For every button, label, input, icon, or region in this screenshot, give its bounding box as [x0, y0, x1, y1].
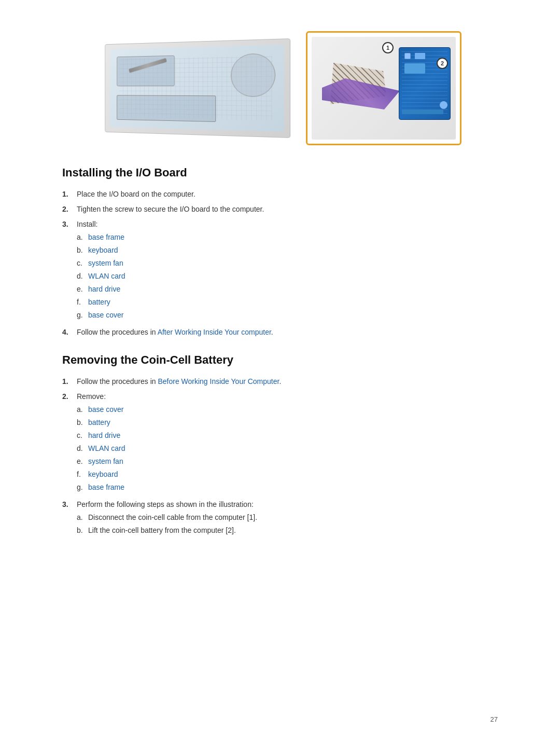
- install-step-1-text: Place the I/O board on the computer.: [77, 189, 498, 200]
- io-board-inner: 1 2: [312, 37, 456, 140]
- remove-coin-cell-sub-a: a. Disconnect the coin-cell cable from t…: [77, 512, 498, 523]
- install-step-4-text-after: .: [271, 328, 273, 336]
- remove-coin-cell-sub-list: a. Disconnect the coin-cell cable from t…: [77, 512, 498, 536]
- page: 1 2 Installing the I/O Board 1. Place th…: [0, 0, 560, 744]
- installing-steps-list: 1. Place the I/O board on the computer. …: [62, 189, 498, 338]
- installing-io-board-section: Installing the I/O Board 1. Place the I/…: [62, 166, 498, 338]
- install-step-3-number: 3.: [62, 219, 77, 323]
- install-step-3: 3. Install: a. base frame b. keyboard: [62, 219, 498, 323]
- remove-step-3-text: Perform the following steps as shown in …: [77, 500, 254, 508]
- remove-sub-list: a. base cover b. battery c. hard drive: [77, 404, 498, 493]
- badge-2: 2: [437, 58, 448, 69]
- remove-coin-cell-sub-b: b. Lift the coin-cell battery from the c…: [77, 525, 498, 536]
- remove-step-1-text-before: Follow the procedures in: [77, 377, 158, 385]
- remove-sub-a: a. base cover: [77, 404, 498, 415]
- remove-sub-b: b. battery: [77, 417, 498, 428]
- remove-step-2-content: Remove: a. base cover b. battery c. hard: [77, 391, 498, 495]
- link-wlan-card-remove[interactable]: WLAN card: [88, 443, 125, 454]
- remove-step-3-content: Perform the following steps as shown in …: [77, 499, 498, 538]
- io-board-highlight: 1 2: [306, 31, 461, 145]
- install-step-4: 4. Follow the procedures in After Workin…: [62, 327, 498, 338]
- install-step-3-text: Install:: [77, 220, 97, 228]
- remove-step-3: 3. Perform the following steps as shown …: [62, 499, 498, 538]
- link-after-working-inside[interactable]: After Working Inside Your computer: [158, 328, 271, 336]
- link-hard-drive-install[interactable]: hard drive: [88, 284, 120, 295]
- remove-step-2-number: 2.: [62, 391, 77, 495]
- link-keyboard-remove[interactable]: keyboard: [88, 469, 118, 480]
- remove-coin-cell-sub-b-text: Lift the coin-cell battery from the comp…: [88, 525, 236, 536]
- laptop-inner: [110, 45, 284, 132]
- remove-step-1: 1. Follow the procedures in Before Worki…: [62, 376, 498, 387]
- remove-step-3-number: 3.: [62, 499, 77, 538]
- link-base-cover-install[interactable]: base cover: [88, 310, 123, 321]
- install-step-4-text-before: Follow the procedures in: [77, 328, 158, 336]
- link-system-fan-remove[interactable]: system fan: [88, 456, 123, 467]
- link-battery-remove[interactable]: battery: [88, 417, 110, 428]
- remove-step-1-content: Follow the procedures in Before Working …: [77, 376, 498, 387]
- install-step-4-content: Follow the procedures in After Working I…: [77, 327, 498, 338]
- install-step-3-content: Install: a. base frame b. keyboard c. sy: [77, 219, 498, 323]
- installing-io-board-title: Installing the I/O Board: [62, 166, 498, 180]
- link-base-cover-remove[interactable]: base cover: [88, 404, 123, 415]
- install-sub-f: f. battery: [77, 297, 498, 308]
- install-step-1-number: 1.: [62, 189, 77, 200]
- install-sub-e: e. hard drive: [77, 284, 498, 295]
- remove-sub-e: e. system fan: [77, 456, 498, 467]
- remove-coin-cell-sub-a-text: Disconnect the coin-cell cable from the …: [88, 512, 257, 523]
- link-hard-drive-remove[interactable]: hard drive: [88, 430, 120, 441]
- remove-sub-f: f. keyboard: [77, 469, 498, 480]
- remove-sub-d: d. WLAN card: [77, 443, 498, 454]
- removing-coin-cell-section: Removing the Coin-Cell Battery 1. Follow…: [62, 353, 498, 538]
- install-step-2-text: Tighten the screw to secure the I/O boar…: [77, 204, 498, 215]
- page-number: 27: [491, 715, 498, 723]
- remove-step-1-number: 1.: [62, 376, 77, 387]
- link-battery-install[interactable]: battery: [88, 297, 110, 308]
- removing-steps-list: 1. Follow the procedures in Before Worki…: [62, 376, 498, 538]
- remove-step-2-text: Remove:: [77, 392, 106, 401]
- diagram-area: 1 2: [62, 31, 498, 145]
- remove-step-2: 2. Remove: a. base cover b. battery: [62, 391, 498, 495]
- install-sub-a: a. base frame: [77, 232, 498, 243]
- install-sub-g: g. base cover: [77, 310, 498, 321]
- link-base-frame-remove[interactable]: base frame: [88, 482, 124, 493]
- remove-sub-g: g. base frame: [77, 482, 498, 493]
- link-before-working-inside[interactable]: Before Working Inside Your Computer: [158, 377, 279, 385]
- install-sub-list: a. base frame b. keyboard c. system fan: [77, 232, 498, 321]
- link-base-frame-install[interactable]: base frame: [88, 232, 124, 243]
- removing-coin-cell-title: Removing the Coin-Cell Battery: [62, 353, 498, 367]
- install-step-2-number: 2.: [62, 204, 77, 215]
- link-keyboard-install[interactable]: keyboard: [88, 245, 118, 256]
- diagram-container: 1 2: [99, 31, 461, 145]
- install-sub-c: c. system fan: [77, 258, 498, 269]
- remove-sub-c: c. hard drive: [77, 430, 498, 441]
- badge-1: 1: [382, 42, 394, 53]
- install-step-4-number: 4.: [62, 327, 77, 338]
- laptop-diagram: [105, 38, 290, 138]
- link-wlan-card-install[interactable]: WLAN card: [88, 271, 125, 282]
- install-step-2: 2. Tighten the screw to secure the I/O b…: [62, 204, 498, 215]
- install-sub-b: b. keyboard: [77, 245, 498, 256]
- install-sub-d: d. WLAN card: [77, 271, 498, 282]
- install-step-1: 1. Place the I/O board on the computer.: [62, 189, 498, 200]
- link-system-fan-install[interactable]: system fan: [88, 258, 123, 269]
- remove-step-1-text-after: .: [279, 377, 281, 385]
- ribbon-cable: [322, 78, 400, 109]
